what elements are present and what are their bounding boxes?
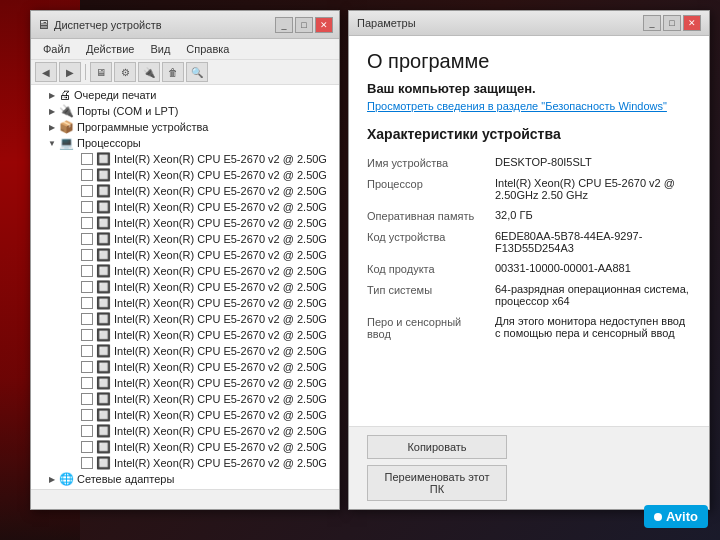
cpu-list-item[interactable]: 🔲Intel(R) Xeon(R) CPU E5-2670 v2 @ 2.50G xyxy=(31,215,339,231)
cpu-icon: 🔲 xyxy=(96,360,111,374)
cpu-list-item[interactable]: 🔲Intel(R) Xeon(R) CPU E5-2670 v2 @ 2.50G xyxy=(31,423,339,439)
copy-button[interactable]: Копировать xyxy=(367,435,507,459)
cpu-icon: 🔲 xyxy=(96,168,111,182)
cpu-label: Intel(R) Xeon(R) CPU E5-2670 v2 @ 2.50G xyxy=(114,457,327,469)
menu-action[interactable]: Действие xyxy=(78,41,142,57)
cpu-list-item[interactable]: 🔲Intel(R) Xeon(R) CPU E5-2670 v2 @ 2.50G xyxy=(31,311,339,327)
cpu-checkbox xyxy=(81,457,93,469)
menu-help[interactable]: Справка xyxy=(178,41,237,57)
cpu-list-item[interactable]: 🔲Intel(R) Xeon(R) CPU E5-2670 v2 @ 2.50G xyxy=(31,263,339,279)
spec-label: Тип системы xyxy=(367,283,487,296)
cpu-icon: 🔲 xyxy=(96,456,111,470)
cpu-icon: 🔲 xyxy=(96,312,111,326)
spec-value: 00331-10000-00001-AA881 xyxy=(495,262,691,274)
cpu-icon: 🔲 xyxy=(96,392,111,406)
cpu-icon: 🔲 xyxy=(96,328,111,342)
cpu-label: Intel(R) Xeon(R) CPU E5-2670 v2 @ 2.50G xyxy=(114,329,327,341)
about-minimize[interactable]: _ xyxy=(643,15,661,31)
cpu-list-item[interactable]: 🔲Intel(R) Xeon(R) CPU E5-2670 v2 @ 2.50G xyxy=(31,343,339,359)
spec-value: 6EDE80AA-5B78-44EA-9297-F13D55D254A3 xyxy=(495,230,691,254)
cpu-icon: 🔲 xyxy=(96,152,111,166)
device-tree[interactable]: ▶ 🖨 Очереди печати ▶ 🔌 Порты (COM и LPT)… xyxy=(31,85,339,489)
minimize-button[interactable]: _ xyxy=(275,17,293,33)
security-link[interactable]: Просмотреть сведения в разделе "Безопасн… xyxy=(367,100,691,112)
specs-heading: Характеристики устройства xyxy=(367,126,691,142)
spec-label: Оперативная память xyxy=(367,209,487,222)
spec-value: DESKTOP-80I5SLT xyxy=(495,156,691,168)
spec-value: Intel(R) Xeon(R) CPU E5-2670 v2 @ 2.50GH… xyxy=(495,177,691,201)
menu-view[interactable]: Вид xyxy=(142,41,178,57)
spec-row: ПроцессорIntel(R) Xeon(R) CPU E5-2670 v2… xyxy=(367,173,691,205)
about-window-controls: _ □ ✕ xyxy=(643,15,701,31)
cpu-checkbox xyxy=(81,281,93,293)
arrow-icon: ▶ xyxy=(45,104,59,118)
avito-badge: Avito xyxy=(644,505,708,528)
cpu-icon: 🔲 xyxy=(96,248,111,262)
properties-button[interactable]: ⚙ xyxy=(114,62,136,82)
cpu-list-item[interactable]: 🔲Intel(R) Xeon(R) CPU E5-2670 v2 @ 2.50G xyxy=(31,183,339,199)
cpu-list-item[interactable]: 🔲Intel(R) Xeon(R) CPU E5-2670 v2 @ 2.50G xyxy=(31,151,339,167)
cpu-checkbox xyxy=(81,345,93,357)
arrow-icon: ▶ xyxy=(45,472,59,486)
cpu-list-item[interactable]: 🔲Intel(R) Xeon(R) CPU E5-2670 v2 @ 2.50G xyxy=(31,247,339,263)
cpu-list-item[interactable]: 🔲Intel(R) Xeon(R) CPU E5-2670 v2 @ 2.50G xyxy=(31,407,339,423)
spec-value: 64-разрядная операционная система, проце… xyxy=(495,283,691,307)
uninstall-button[interactable]: 🗑 xyxy=(162,62,184,82)
about-titlebar: Параметры _ □ ✕ xyxy=(349,11,709,36)
back-button[interactable]: ◀ xyxy=(35,62,57,82)
cpu-icon: 🔲 xyxy=(96,408,111,422)
cpu-list-item[interactable]: 🔲Intel(R) Xeon(R) CPU E5-2670 v2 @ 2.50G xyxy=(31,279,339,295)
about-maximize[interactable]: □ xyxy=(663,15,681,31)
tree-item-processors[interactable]: ▼ 💻 Процессоры xyxy=(31,135,339,151)
tree-item-software[interactable]: ▶ 📦 Программные устройства xyxy=(31,119,339,135)
window-controls: _ □ ✕ xyxy=(275,17,333,33)
cpu-checkbox xyxy=(81,153,93,165)
cpu-label: Intel(R) Xeon(R) CPU E5-2670 v2 @ 2.50G xyxy=(114,217,327,229)
maximize-button[interactable]: □ xyxy=(295,17,313,33)
spec-row: Имя устройстваDESKTOP-80I5SLT xyxy=(367,152,691,173)
cpu-label: Intel(R) Xeon(R) CPU E5-2670 v2 @ 2.50G xyxy=(114,345,327,357)
cpu-label: Intel(R) Xeon(R) CPU E5-2670 v2 @ 2.50G xyxy=(114,361,327,373)
cpu-list: 🔲Intel(R) Xeon(R) CPU E5-2670 v2 @ 2.50G… xyxy=(31,151,339,471)
rename-button[interactable]: Переименовать этот ПК xyxy=(367,465,507,501)
cpu-checkbox xyxy=(81,409,93,421)
forward-button[interactable]: ▶ xyxy=(59,62,81,82)
close-button[interactable]: ✕ xyxy=(315,17,333,33)
cpu-list-item[interactable]: 🔲Intel(R) Xeon(R) CPU E5-2670 v2 @ 2.50G xyxy=(31,439,339,455)
cpu-checkbox xyxy=(81,441,93,453)
toolbar-sep-1 xyxy=(85,64,86,80)
tree-item-print-queue[interactable]: ▶ 🖨 Очереди печати xyxy=(31,87,339,103)
print-queue-label: Очереди печати xyxy=(74,89,157,101)
cpu-checkbox xyxy=(81,249,93,261)
cpu-list-item[interactable]: 🔲Intel(R) Xeon(R) CPU E5-2670 v2 @ 2.50G xyxy=(31,231,339,247)
enable-button[interactable]: 🔌 xyxy=(138,62,160,82)
cpu-label: Intel(R) Xeon(R) CPU E5-2670 v2 @ 2.50G xyxy=(114,233,327,245)
cpu-icon: 🔲 xyxy=(96,184,111,198)
cpu-list-item[interactable]: 🔲Intel(R) Xeon(R) CPU E5-2670 v2 @ 2.50G xyxy=(31,455,339,471)
cpu-checkbox xyxy=(81,329,93,341)
spec-label: Перо и сенсорный ввод xyxy=(367,315,487,340)
cpu-checkbox xyxy=(81,185,93,197)
cpu-list-item[interactable]: 🔲Intel(R) Xeon(R) CPU E5-2670 v2 @ 2.50G xyxy=(31,327,339,343)
about-panel: Параметры _ □ ✕ О программе Ваш компьюте… xyxy=(348,10,710,510)
cpu-icon: 🔲 xyxy=(96,280,111,294)
cpu-label: Intel(R) Xeon(R) CPU E5-2670 v2 @ 2.50G xyxy=(114,377,327,389)
cpu-list-item[interactable]: 🔲Intel(R) Xeon(R) CPU E5-2670 v2 @ 2.50G xyxy=(31,359,339,375)
menu-file[interactable]: Файл xyxy=(35,41,78,57)
cpu-list-item[interactable]: 🔲Intel(R) Xeon(R) CPU E5-2670 v2 @ 2.50G xyxy=(31,295,339,311)
tree-item-ports[interactable]: ▶ 🔌 Порты (COM и LPT) xyxy=(31,103,339,119)
cpu-list-item[interactable]: 🔲Intel(R) Xeon(R) CPU E5-2670 v2 @ 2.50G xyxy=(31,167,339,183)
software-icon: 📦 xyxy=(59,120,74,134)
scan-button[interactable]: 🖥 xyxy=(90,62,112,82)
cpu-checkbox xyxy=(81,169,93,181)
about-heading: О программе xyxy=(367,50,691,73)
cpu-list-item[interactable]: 🔲Intel(R) Xeon(R) CPU E5-2670 v2 @ 2.50G xyxy=(31,375,339,391)
update-button[interactable]: 🔍 xyxy=(186,62,208,82)
cpu-list-item[interactable]: 🔲Intel(R) Xeon(R) CPU E5-2670 v2 @ 2.50G xyxy=(31,199,339,215)
about-close[interactable]: ✕ xyxy=(683,15,701,31)
ports-icon: 🔌 xyxy=(59,104,74,118)
cpu-icon: 🔲 xyxy=(96,232,111,246)
cpu-icon: 🔲 xyxy=(96,440,111,454)
tree-item-network[interactable]: ▶ 🌐 Сетевые адаптеры xyxy=(31,471,339,487)
cpu-list-item[interactable]: 🔲Intel(R) Xeon(R) CPU E5-2670 v2 @ 2.50G xyxy=(31,391,339,407)
